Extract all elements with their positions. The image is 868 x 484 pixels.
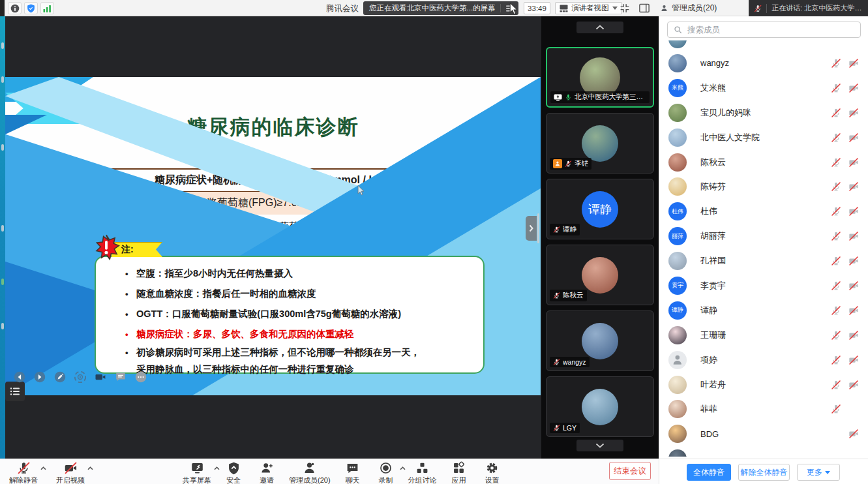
member-row[interactable]: 北中医人文学院 [659, 125, 868, 150]
member-row[interactable]: 菲菲 [659, 397, 868, 421]
toolbar-item-breakout[interactable]: 分组讨论 [408, 461, 437, 484]
video-tile[interactable]: 陈秋云 [546, 245, 654, 305]
member-list[interactable]: wangyz米熊艾米熊宝贝儿的妈咪北中医人文学院陈秋云陈铸芬杜伟杜伟丽萍胡丽萍孔… [659, 40, 868, 457]
toolbar-item-settings[interactable]: 设置 [481, 461, 503, 484]
toolbar-item-members[interactable]: 管理成员(20) [289, 461, 331, 484]
annotation-list-button[interactable] [5, 382, 25, 401]
slide-control-laser-button[interactable] [74, 371, 86, 383]
note-bullet: 空腹：指至少8小时内无任何热量摄入 [125, 264, 477, 284]
mic-muted-icon[interactable] [830, 206, 842, 217]
member-row[interactable]: 贡宇李贡宇 [659, 273, 868, 298]
mic-muted-icon[interactable] [830, 355, 842, 365]
camera-off-icon[interactable] [848, 280, 860, 291]
video-tile[interactable]: 李铓 [546, 113, 654, 174]
mic-muted-icon[interactable] [830, 58, 842, 68]
mic-muted-icon[interactable] [830, 231, 842, 241]
member-row[interactable]: BDG [659, 421, 868, 446]
chevron-up-icon[interactable] [400, 466, 406, 470]
member-row[interactable]: 陈铸芬 [659, 174, 868, 199]
slide-control-prev-button[interactable] [14, 371, 25, 383]
camera-off-icon[interactable] [848, 83, 860, 93]
toolbar-item-mic-muted[interactable]: 解除静音 [9, 461, 38, 484]
member-row[interactable]: 宝贝儿的妈咪 [659, 100, 868, 125]
video-tile[interactable]: LGY [546, 376, 654, 437]
strip-scroll-down-button[interactable] [576, 440, 623, 451]
video-tile[interactable]: 北京中医药大学第三附属医院... [546, 47, 654, 108]
member-row[interactable]: 项婷 [659, 348, 868, 372]
camera-off-icon[interactable] [848, 181, 860, 192]
member-row[interactable]: 孔祥国 [659, 249, 868, 273]
camera-off-icon[interactable] [848, 305, 860, 316]
mic-muted-icon[interactable] [830, 280, 842, 291]
member-row[interactable]: 陈秋云 [659, 150, 868, 175]
mic-muted-icon[interactable] [830, 404, 842, 414]
member-name: 叶若舟 [700, 379, 726, 391]
video-tile[interactable]: 谭静谭静 [546, 179, 654, 239]
member-row[interactable]: 丽萍胡丽萍 [659, 224, 868, 249]
end-meeting-button[interactable]: 结束会议 [609, 462, 651, 480]
mic-muted-icon[interactable] [830, 132, 842, 143]
camera-off-icon[interactable] [848, 108, 860, 118]
collapse-strip-handle[interactable] [526, 216, 537, 241]
more-button[interactable]: 更多 [797, 464, 840, 481]
toolbar-item-invite[interactable]: 邀请 [256, 461, 278, 484]
camera-off-icon[interactable] [848, 231, 860, 241]
camera-off-icon[interactable] [848, 330, 860, 340]
member-row[interactable]: 杜伟杜伟 [659, 199, 868, 224]
strip-scroll-up-button[interactable] [576, 22, 623, 33]
camera-off-icon[interactable] [848, 58, 860, 68]
avatar [668, 425, 687, 443]
chevron-up-icon[interactable] [87, 466, 93, 470]
chevron-up-icon[interactable] [214, 466, 220, 470]
view-mode-dropdown[interactable]: 演讲者视图 [555, 2, 622, 14]
mic-muted-icon[interactable] [830, 83, 842, 93]
signal-bars-icon [43, 5, 52, 12]
camera-off-icon[interactable] [848, 355, 860, 365]
scrollbar-thumb[interactable] [537, 213, 539, 243]
camera-off-icon[interactable] [848, 380, 860, 390]
shield-icon [27, 4, 35, 13]
toolbar-item-record[interactable]: 录制 [375, 461, 397, 484]
toolbar-item-apps[interactable]: 应用 [448, 461, 470, 484]
slide-control-more-button[interactable] [135, 371, 147, 383]
avatar [582, 125, 618, 162]
chevron-up-icon[interactable] [40, 466, 46, 470]
meeting-info-button[interactable] [8, 2, 22, 14]
member-row[interactable]: wangyz [659, 51, 868, 76]
slide-control-pen-button[interactable] [54, 371, 66, 383]
camera-off-icon[interactable] [848, 429, 860, 439]
search-input[interactable] [667, 22, 861, 38]
video-tile[interactable]: wangyz [546, 310, 654, 371]
member-row[interactable]: 谭静谭静 [659, 298, 868, 323]
member-row[interactable]: 米熊艾米熊 [659, 76, 868, 100]
mic-muted-icon[interactable] [830, 108, 842, 118]
view-mode-label: 演讲者视图 [571, 3, 609, 13]
manage-members-indicator[interactable]: 管理成员(20) [660, 3, 717, 14]
tile-participant-name: wangyz [563, 358, 586, 366]
member-row[interactable]: 叶若舟 [659, 372, 868, 397]
toolbar-item-share-screen[interactable]: 共享屏幕 [183, 461, 211, 484]
mic-muted-icon[interactable] [830, 157, 842, 168]
slide-control-camera-button[interactable] [95, 371, 106, 383]
camera-off-icon[interactable] [848, 206, 860, 217]
mic-muted-icon[interactable] [830, 305, 842, 316]
unmute-all-button[interactable]: 解除全体静音 [738, 464, 790, 481]
mute-all-button[interactable]: 全体静音 [687, 464, 731, 481]
toolbar-item-chat[interactable]: 聊天 [342, 461, 364, 484]
exit-fullscreen-button[interactable] [619, 3, 631, 14]
side-panel-toggle-button[interactable] [638, 2, 651, 14]
camera-off-icon[interactable] [848, 157, 860, 168]
mic-muted-icon[interactable] [830, 330, 842, 340]
member-row[interactable]: 王珊珊 [659, 323, 868, 348]
camera-off-icon[interactable] [848, 256, 860, 266]
toolbar-item-camera-off[interactable]: 开启视频 [56, 461, 85, 484]
camera-off-icon[interactable] [848, 132, 860, 143]
network-signal-button[interactable] [40, 2, 54, 14]
slide-control-next-button[interactable] [34, 371, 46, 383]
security-shield-button[interactable] [24, 2, 38, 14]
slide-control-comment-button[interactable] [115, 371, 127, 383]
mic-muted-icon[interactable] [830, 256, 842, 266]
mic-muted-icon[interactable] [830, 181, 842, 192]
toolbar-item-shield[interactable]: 安全 [222, 461, 245, 484]
mic-muted-icon[interactable] [830, 380, 842, 390]
